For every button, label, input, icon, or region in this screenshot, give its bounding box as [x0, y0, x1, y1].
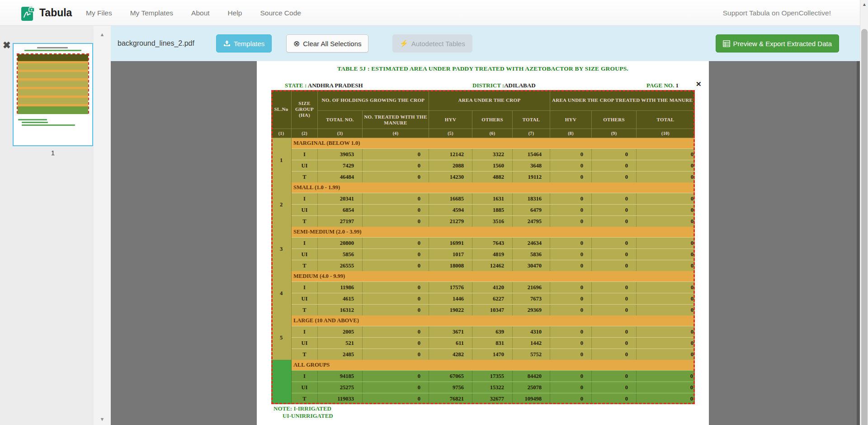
- tabula-app: Tabula My Files My Templates About Help …: [0, 0, 868, 425]
- window-scrollbar[interactable]: ▲: [860, 0, 868, 425]
- scroll-up-icon[interactable]: ▲: [94, 32, 111, 37]
- state-meta: STATE : ANDHRA PRADESH: [285, 82, 363, 89]
- pdf-viewer-area: TABLE 5J : ESTIMATED AREA UNDER PADDY TR…: [111, 61, 860, 425]
- pdf-table-title: TABLE 5J : ESTIMATED AREA UNDER PADDY TR…: [257, 65, 709, 72]
- clear-button-label: Clear All Selections: [303, 40, 361, 48]
- selection-close-icon[interactable]: ✕: [696, 81, 702, 87]
- templates-button-label: Templates: [234, 40, 264, 48]
- bolt-icon: ⚡: [400, 39, 408, 48]
- save-template-icon: [223, 40, 231, 47]
- preview-export-button[interactable]: Preview & Export Extracted Data: [716, 34, 839, 53]
- scrollbar-thumb[interactable]: [861, 29, 868, 425]
- toolbar: background_lines_2.pdf Templates ⊗ Clear…: [111, 26, 860, 61]
- pdf-notes: NOTE: I-IRRIGATED UI-UNIRRIGATED: [274, 405, 333, 420]
- navbar: Tabula My Files My Templates About Help …: [0, 0, 868, 26]
- nav-source-code[interactable]: Source Code: [260, 9, 301, 17]
- pageno-meta: PAGE NO. 1: [646, 82, 679, 89]
- thumb-subtitle-line: [24, 50, 81, 51]
- nav-links: My Files My Templates About Help Source …: [86, 0, 301, 26]
- thumbnail-mini-table: [17, 53, 89, 114]
- nav-my-templates[interactable]: My Templates: [130, 9, 173, 17]
- nav-help[interactable]: Help: [228, 9, 242, 17]
- filename-label: background_lines_2.pdf: [118, 26, 194, 61]
- brand-name: Tabula: [39, 7, 72, 19]
- page-thumbnail-sidebar: ▲ ▼ ✖ 1: [0, 26, 111, 425]
- thumb-title-line: [37, 47, 68, 48]
- support-link[interactable]: Support Tabula on OpenCollective!: [723, 0, 831, 26]
- nav-my-files[interactable]: My Files: [86, 9, 112, 17]
- clear-all-selections-button[interactable]: ⊗ Clear All Selections: [286, 34, 368, 53]
- autodetect-tables-button[interactable]: ⚡ Autodetect Tables: [392, 34, 472, 53]
- export-button-label: Preview & Export Extracted Data: [733, 40, 832, 48]
- tabula-logo-icon: [21, 5, 35, 21]
- nav-about[interactable]: About: [191, 9, 210, 17]
- thumb-note-line: [18, 119, 47, 120]
- table-selection-box[interactable]: [271, 90, 695, 404]
- autodetect-button-label: Autodetect Tables: [411, 40, 465, 48]
- sidebar-scrollbar[interactable]: ▲ ▼: [94, 26, 111, 425]
- thumb-note-line: [22, 122, 48, 123]
- district-meta: DISTRICT :ADILABAD: [472, 82, 536, 89]
- remove-page-icon[interactable]: ✖: [3, 40, 11, 50]
- page-1-thumbnail[interactable]: [13, 43, 93, 146]
- templates-button[interactable]: Templates: [216, 34, 272, 53]
- pdf-page[interactable]: TABLE 5J : ESTIMATED AREA UNDER PADDY TR…: [257, 61, 709, 425]
- thumb-note-line: [22, 124, 75, 126]
- page-number-label: 1: [13, 149, 93, 157]
- scroll-down-icon[interactable]: ▼: [94, 416, 111, 422]
- clear-circle-x-icon: ⊗: [293, 40, 300, 48]
- brand[interactable]: Tabula: [21, 0, 72, 26]
- scrollbar-up-icon[interactable]: ▲: [860, 2, 868, 7]
- table-list-icon: [723, 40, 730, 47]
